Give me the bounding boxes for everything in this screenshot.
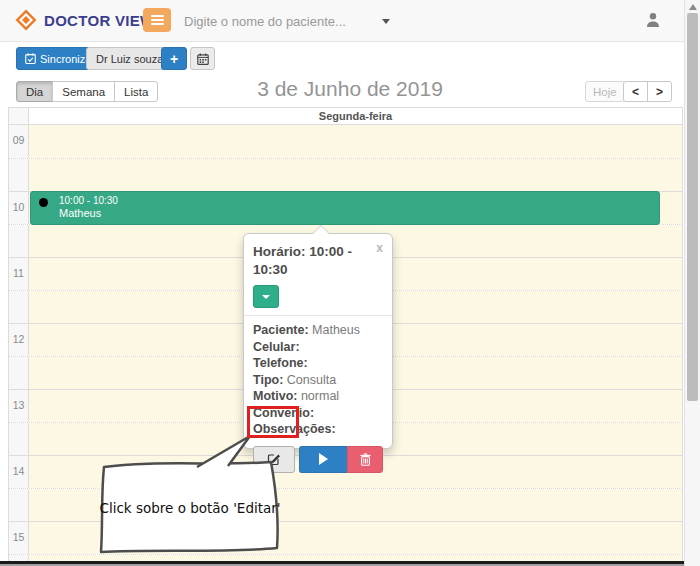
highlight-box (247, 406, 299, 438)
search-input[interactable] (184, 8, 374, 34)
hour-label: 09 (9, 125, 29, 158)
toolbar: Sincronizar Dr Luiz souza + (0, 43, 700, 74)
hour-label (9, 489, 29, 521)
caret-down-icon (262, 295, 270, 299)
caret-down-icon[interactable] (382, 19, 390, 24)
doctor-dropdown-label: Dr Luiz souza (96, 53, 163, 65)
app-logo: DOCTOR VIEW (15, 9, 155, 31)
hour-label: 15 (9, 522, 29, 554)
view-button-dia[interactable]: Dia (16, 81, 53, 102)
add-appointment-button[interactable]: + (161, 47, 187, 70)
calendar-check-icon (25, 53, 36, 64)
hour-label: 12 (9, 324, 29, 356)
popover-field: Celular: (253, 339, 383, 356)
axis-header-cell (9, 108, 29, 124)
event-time: 10:00 - 10:30 (59, 195, 118, 207)
chevron-left-icon[interactable]: < (623, 81, 648, 102)
view-button-lista[interactable]: Lista (114, 81, 158, 102)
slot-row: 09 (9, 125, 682, 158)
black-dot-icon (39, 198, 48, 207)
slot-row (9, 158, 682, 191)
time-slot[interactable] (29, 125, 682, 158)
hour-label (9, 159, 29, 191)
hour-label (9, 291, 29, 323)
date-nav: < > (623, 81, 672, 102)
chevron-right-icon[interactable]: > (647, 81, 672, 102)
speech-bubble-text: Click sobre o botão 'Editar' (98, 500, 282, 516)
delete-button[interactable] (347, 446, 383, 473)
popover-field: Tipo: Consulta (253, 372, 383, 389)
view-bar: 3 de Junho de 2019 DiaSemanaLista Hoje <… (0, 74, 700, 107)
calendar-button[interactable] (190, 47, 215, 70)
scroll-up-icon[interactable] (689, 4, 697, 10)
today-button[interactable]: Hoje (585, 81, 625, 102)
hour-label: 14 (9, 456, 29, 488)
play-icon (319, 453, 328, 465)
start-button[interactable] (299, 446, 347, 473)
view-switcher: DiaSemanaLista (16, 81, 158, 102)
hour-label (9, 225, 29, 257)
popover-title: Horário: 10:00 - 10:30 (253, 244, 352, 277)
app-header: DOCTOR VIEW (0, 0, 700, 42)
hour-label (9, 357, 29, 389)
calendar-icon (197, 53, 209, 65)
speech-bubble (88, 425, 290, 565)
popover-arrow (313, 226, 329, 234)
status-dropdown-button[interactable] (253, 285, 279, 308)
logo-text: DOCTOR VIEW (44, 12, 155, 29)
scrollbar-thumb[interactable] (687, 13, 698, 401)
popover-field: Motivo: normal (253, 388, 383, 405)
time-slot[interactable] (29, 159, 682, 191)
hour-label: 10 (9, 192, 29, 224)
hour-label: 13 (9, 390, 29, 422)
popover-field: Telefone: (253, 355, 383, 372)
popover-field: Paciente: Matheus (253, 322, 383, 339)
user-icon[interactable] (646, 12, 660, 28)
day-header: Segunda-feira (29, 108, 682, 124)
hour-label: 11 (9, 258, 29, 290)
close-icon[interactable]: x (376, 242, 383, 254)
event-patient: Matheus (59, 207, 118, 220)
view-button-semana[interactable]: Semana (52, 81, 115, 102)
appointment-event[interactable]: 10:00 - 10:30 Matheus (30, 191, 660, 225)
action-group (299, 446, 383, 473)
popover-header: Horário: 10:00 - 10:30 x (244, 234, 392, 316)
vertical-scrollbar[interactable] (684, 0, 700, 566)
hamburger-icon[interactable] (143, 8, 171, 32)
logo-diamond-icon (15, 9, 37, 31)
trash-icon (360, 453, 371, 466)
day-header-row: Segunda-feira (9, 108, 682, 125)
hour-label (9, 423, 29, 455)
